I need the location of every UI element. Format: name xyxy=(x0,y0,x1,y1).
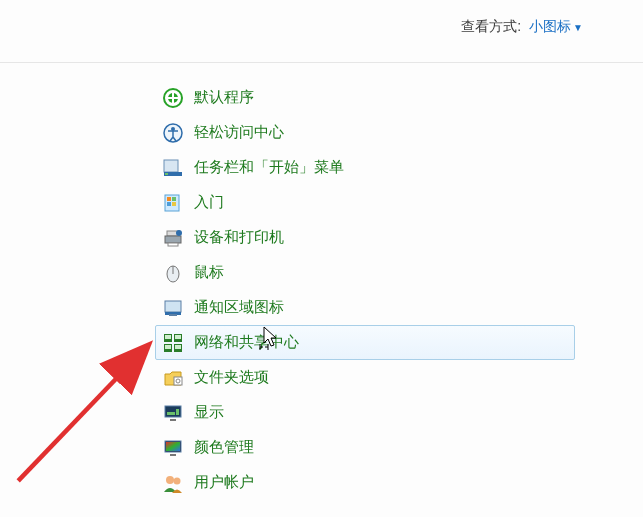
view-mode-toolbar: 查看方式: 小图标 ▼ xyxy=(461,18,583,36)
view-mode-link[interactable]: 小图标 ▼ xyxy=(529,18,583,36)
item-label: 入门 xyxy=(194,193,224,212)
network-sharing-icon xyxy=(162,332,184,354)
svg-rect-3 xyxy=(168,97,178,99)
item-label: 用户帐户 xyxy=(194,473,254,492)
item-label: 颜色管理 xyxy=(194,438,254,457)
svg-point-40 xyxy=(166,476,174,484)
item-color-management[interactable]: 颜色管理 xyxy=(155,430,575,465)
svg-rect-39 xyxy=(170,454,176,456)
item-label: 鼠标 xyxy=(194,263,224,282)
svg-rect-31 xyxy=(174,377,182,385)
svg-rect-22 xyxy=(169,314,177,316)
svg-rect-8 xyxy=(165,173,168,175)
mouse-icon xyxy=(162,262,184,284)
svg-rect-12 xyxy=(167,202,171,206)
item-label: 文件夹选项 xyxy=(194,368,269,387)
devices-printers-icon xyxy=(162,227,184,249)
svg-rect-10 xyxy=(167,197,171,201)
svg-rect-20 xyxy=(165,301,181,312)
svg-rect-15 xyxy=(165,236,181,243)
item-label: 网络和共享中心 xyxy=(194,333,299,352)
item-label: 默认程序 xyxy=(194,88,254,107)
item-label: 通知区域图标 xyxy=(194,298,284,317)
svg-point-41 xyxy=(174,477,181,484)
item-getting-started[interactable]: 入门 xyxy=(155,185,575,220)
item-display[interactable]: 显示 xyxy=(155,395,575,430)
item-folder-options[interactable]: 文件夹选项 xyxy=(155,360,575,395)
svg-rect-13 xyxy=(172,202,176,206)
getting-started-icon xyxy=(162,192,184,214)
item-mouse[interactable]: 鼠标 xyxy=(155,255,575,290)
item-devices-printers[interactable]: 设备和打印机 xyxy=(155,220,575,255)
item-user-accounts[interactable]: 用户帐户 xyxy=(155,465,575,500)
svg-rect-11 xyxy=(172,197,176,201)
item-label: 设备和打印机 xyxy=(194,228,284,247)
svg-rect-30 xyxy=(175,345,181,349)
item-ease-of-access[interactable]: 轻松访问中心 xyxy=(155,115,575,150)
item-notification-icons[interactable]: 通知区域图标 xyxy=(155,290,575,325)
color-management-icon xyxy=(162,437,184,459)
control-panel-items: 默认程序 轻松访问中心 任务栏和「开始」菜单 入门 设备和打印机 鼠标 xyxy=(155,80,575,500)
item-taskbar-startmenu[interactable]: 任务栏和「开始」菜单 xyxy=(155,150,575,185)
svg-rect-28 xyxy=(175,335,181,339)
view-mode-value: 小图标 xyxy=(529,18,571,36)
svg-rect-35 xyxy=(176,409,179,415)
default-programs-icon xyxy=(162,87,184,109)
item-network-sharing[interactable]: 网络和共享中心 xyxy=(155,325,575,360)
item-default-programs[interactable]: 默认程序 xyxy=(155,80,575,115)
taskbar-icon xyxy=(162,157,184,179)
item-label: 显示 xyxy=(194,403,224,422)
chevron-down-icon: ▼ xyxy=(573,22,583,33)
header-divider xyxy=(0,62,643,63)
folder-options-icon xyxy=(162,367,184,389)
svg-rect-36 xyxy=(170,419,176,421)
svg-rect-29 xyxy=(165,345,171,349)
item-label: 轻松访问中心 xyxy=(194,123,284,142)
svg-rect-34 xyxy=(167,412,175,415)
svg-line-42 xyxy=(18,350,143,481)
notification-icons-icon xyxy=(162,297,184,319)
ease-of-access-icon xyxy=(162,122,184,144)
svg-rect-27 xyxy=(165,335,171,339)
svg-rect-16 xyxy=(168,243,178,246)
view-mode-label: 查看方式: xyxy=(461,18,521,36)
item-label: 任务栏和「开始」菜单 xyxy=(194,158,344,177)
display-icon xyxy=(162,402,184,424)
user-accounts-icon xyxy=(162,472,184,494)
svg-rect-38 xyxy=(166,442,180,451)
svg-point-17 xyxy=(176,230,182,236)
svg-rect-6 xyxy=(164,160,178,172)
